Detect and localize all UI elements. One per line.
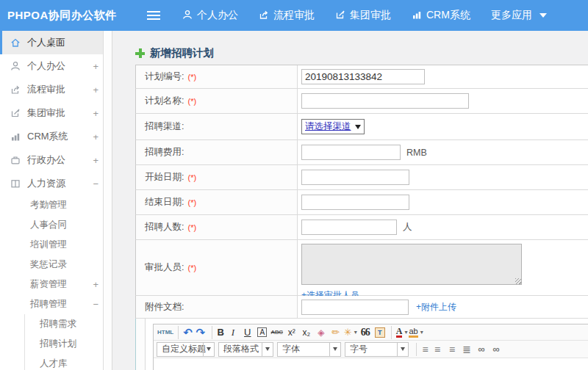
recruit-cost-input[interactable] — [301, 145, 401, 160]
expand-toggle[interactable]: − — [93, 299, 98, 310]
edit-icon — [10, 108, 21, 118]
redo-button[interactable]: ↷ — [194, 326, 207, 339]
required-mark: (*) — [187, 264, 196, 272]
sidebar-item-administrative-office[interactable]: 行政办公 + — [0, 148, 112, 172]
sidebar-item-label: 人力资源 — [27, 177, 65, 190]
sidebar-item-talent-pool[interactable]: 人才库 — [25, 354, 112, 370]
sidebar: 个人桌面 个人办公 + 流程审批 + 集团审批 + — [0, 31, 112, 370]
eraser-button[interactable]: ◈ — [315, 326, 328, 339]
sidebar-item-attendance-management[interactable]: 考勤管理 — [0, 195, 112, 215]
expand-toggle[interactable]: + — [93, 61, 98, 72]
book-icon — [10, 178, 21, 189]
sidebar-item-personal-office[interactable]: 个人办公 + — [0, 54, 112, 78]
link-button[interactable]: ∞ — [475, 343, 488, 356]
menu-toggle-icon[interactable] — [147, 11, 160, 20]
sidebar-item-label: 流程审批 — [27, 83, 65, 96]
app-window: PHPOA协同办公软件 个人办公 流程审批 集团审批 — [0, 0, 588, 370]
headcount-input[interactable] — [301, 220, 397, 235]
sidebar-subitem-label: 招聘计划 — [40, 338, 76, 350]
flow-icon — [10, 84, 21, 95]
align-justify-button[interactable]: ≣ — [460, 343, 473, 356]
page-title-bar: 新增招聘计划 — [113, 31, 588, 65]
format-painter-button[interactable]: ✳ — [344, 326, 357, 339]
font-family-select[interactable]: 字体 — [277, 342, 341, 357]
paragraph-format-select[interactable]: 段落格式 — [218, 342, 273, 357]
field-label: 招聘人数: — [145, 221, 184, 233]
font-frame-button[interactable]: A — [256, 326, 269, 339]
field-label: 计划名称: — [145, 95, 184, 107]
recruitment-plan-form: 计划编号: (*) 计划名称: (*) 招聘渠道: — [135, 65, 588, 370]
paste-plain-text-button[interactable]: T — [373, 326, 387, 339]
undo-button[interactable]: ↶ — [178, 326, 193, 339]
sidebar-item-recruitment-management[interactable]: 招聘管理 − — [0, 294, 112, 314]
sidebar-scrollbar-track[interactable] — [103, 31, 112, 370]
sidebar-item-hr-contract[interactable]: 人事合同 — [0, 215, 112, 235]
sidebar-item-recruitment-demand[interactable]: 招聘需求 — [25, 314, 112, 334]
bold-button[interactable]: B — [212, 326, 225, 339]
sidebar-item-workflow-approval[interactable]: 流程审批 + — [0, 78, 112, 101]
nav-more-apps[interactable]: 更多应用 — [491, 9, 547, 22]
chevron-down-icon — [397, 343, 408, 356]
unlink-button[interactable]: ∞ — [490, 343, 503, 356]
sidebar-item-group-approval[interactable]: 集团审批 + — [0, 101, 112, 125]
strikethrough-button[interactable]: ABC — [270, 326, 284, 339]
italic-button[interactable]: I — [226, 326, 240, 339]
sidebar-item-salary-management[interactable]: 薪资管理 + — [0, 275, 112, 294]
form-row-end-date: 结束日期: (*) — [135, 190, 588, 215]
sidebar-item-training-management[interactable]: 培训管理 — [0, 235, 112, 255]
nav-workflow-approval[interactable]: 流程审批 — [259, 9, 315, 22]
blockquote-button[interactable]: 66 — [359, 326, 372, 339]
attachment-upload-link[interactable]: +附件上传 — [416, 301, 456, 313]
html-source-button[interactable]: HTML — [157, 326, 173, 339]
custom-heading-select[interactable]: 自定义标题 — [157, 342, 215, 357]
align-left-button[interactable]: ≡ — [416, 343, 429, 356]
expand-toggle[interactable]: + — [93, 279, 98, 290]
page-title: 新增招聘计划 — [150, 46, 214, 60]
sidebar-item-human-resources[interactable]: 人力资源 − — [0, 172, 112, 195]
collapse-toggle[interactable]: − — [93, 178, 98, 189]
required-mark: (*) — [187, 97, 196, 106]
channel-select[interactable]: 请选择渠道 — [301, 119, 365, 134]
expand-toggle[interactable]: + — [93, 108, 98, 119]
underline-button[interactable]: U — [241, 326, 254, 339]
align-right-button[interactable]: ≡ — [445, 343, 459, 356]
format-brush-button[interactable]: ✏ — [329, 326, 343, 339]
chevron-down-icon — [329, 343, 340, 356]
nav-group-approval[interactable]: 集团审批 — [335, 9, 391, 22]
font-color-button[interactable]: A — [391, 326, 408, 339]
font-size-select[interactable]: 字号 — [345, 342, 409, 357]
expand-toggle[interactable]: + — [93, 155, 98, 166]
form-row-editor: HTML↶↷BIUAABCx²x₂◈✏✳66TAab 自定义标题 段落格式 — [135, 319, 588, 370]
highlight-color-button[interactable]: ab — [409, 326, 423, 339]
flow-icon — [259, 10, 269, 22]
sidebar-subitem-label: 培训管理 — [30, 239, 67, 251]
attachment-input[interactable] — [301, 300, 409, 315]
sidebar-item-personal-desktop[interactable]: 个人桌面 — [0, 31, 112, 54]
sidebar-item-label: 集团审批 — [27, 106, 65, 120]
subscript-button[interactable]: x₂ — [300, 326, 313, 339]
approvers-textarea[interactable] — [301, 244, 522, 285]
expand-toggle[interactable]: + — [93, 131, 98, 142]
headcount-suffix: 人 — [403, 221, 412, 233]
editor-content-area[interactable] — [154, 358, 588, 370]
sidebar-item-label: 行政办公 — [27, 153, 65, 167]
nav-personal-office[interactable]: 个人办公 — [182, 9, 238, 22]
resize-handle[interactable] — [515, 278, 521, 284]
superscript-button[interactable]: x² — [285, 326, 298, 339]
end-date-input[interactable] — [301, 195, 409, 210]
plan-name-input[interactable] — [301, 93, 469, 109]
channel-select-value: 请选择渠道 — [305, 120, 351, 133]
required-mark: (*) — [187, 173, 196, 182]
main-content: 新增招聘计划 计划编号: (*) 计划名称: (*) — [113, 31, 588, 370]
start-date-input[interactable] — [301, 170, 409, 185]
expand-toggle[interactable]: + — [93, 84, 98, 95]
field-label: 审批人员: — [145, 261, 184, 274]
sidebar-item-reward-punishment-records[interactable]: 奖惩记录 — [0, 255, 112, 275]
sidebar-subitem-label: 奖惩记录 — [30, 258, 67, 271]
sidebar-item-crm-system[interactable]: CRM系统 + — [0, 125, 112, 148]
align-center-button[interactable]: ≡ — [431, 343, 444, 356]
editor-toolbar-row2: 自定义标题 段落格式 字体 字号 — [154, 341, 588, 358]
plan-number-input[interactable] — [301, 69, 425, 84]
sidebar-item-recruitment-plan[interactable]: 招聘计划 — [25, 334, 112, 354]
nav-crm-system[interactable]: CRM系统 — [412, 9, 470, 22]
